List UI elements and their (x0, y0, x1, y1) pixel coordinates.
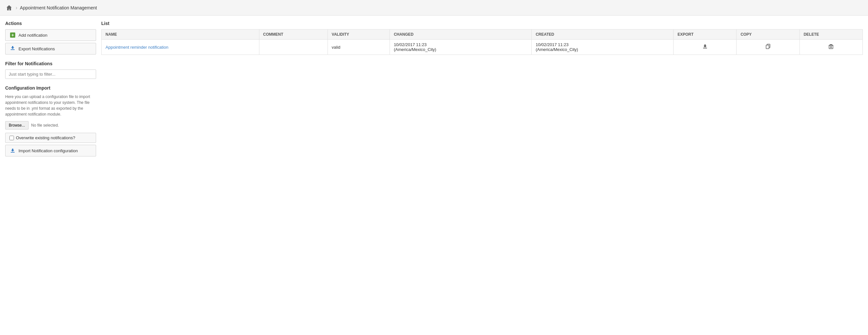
col-header-copy: COPY (737, 30, 800, 40)
row-name-cell: Appointment reminder notification (102, 40, 259, 55)
col-header-comment: COMMENT (259, 30, 328, 40)
col-header-validity: VALIDITY (328, 30, 390, 40)
overwrite-checkbox[interactable] (9, 136, 14, 140)
add-notification-button[interactable]: + Add notification (5, 29, 96, 41)
download-icon (9, 45, 16, 52)
row-comment-cell (259, 40, 328, 55)
svg-rect-0 (11, 49, 14, 50)
notification-link[interactable]: Appointment reminder notification (105, 45, 168, 50)
col-header-name: NAME (102, 30, 259, 40)
plus-icon: + (9, 32, 16, 38)
row-delete-button[interactable] (827, 43, 835, 51)
svg-rect-7 (829, 45, 833, 46)
page-title: Appointment Notification Management (20, 5, 97, 10)
list-title: List (101, 21, 863, 26)
file-name-label: No file selected. (31, 123, 59, 128)
notifications-table: NAME COMMENT VALIDITY CHANGED CREATED EX… (101, 29, 863, 55)
actions-title: Actions (5, 21, 96, 26)
col-header-delete: DELETE (800, 30, 863, 40)
home-icon[interactable] (5, 4, 13, 12)
file-upload-row: Browse... No file selected. (5, 121, 96, 129)
col-header-created: CREATED (532, 30, 674, 40)
import-label: Import Notification configuration (19, 148, 78, 153)
filter-input[interactable] (5, 69, 96, 79)
filter-title: Filter for Notifications (5, 61, 96, 66)
overwrite-row: Overwrite existing notifications? (5, 133, 96, 143)
actions-section: Actions + Add notification Export Notif (5, 21, 96, 55)
add-notification-label: Add notification (19, 33, 48, 38)
export-notifications-button[interactable]: Export Notifications (5, 43, 96, 55)
svg-rect-4 (766, 45, 769, 49)
svg-rect-6 (830, 44, 832, 45)
svg-rect-2 (703, 48, 707, 49)
col-header-changed: CHANGED (390, 30, 532, 40)
filter-section: Filter for Notifications (5, 61, 96, 79)
config-import-title: Configuration Import (5, 85, 96, 91)
overwrite-label[interactable]: Overwrite existing notifications? (16, 135, 75, 140)
col-header-export: EXPORT (674, 30, 737, 40)
sidebar: Actions + Add notification Export Notif (5, 21, 96, 158)
row-export-cell (674, 40, 737, 55)
browse-button[interactable]: Browse... (5, 121, 29, 129)
export-notifications-label: Export Notifications (19, 47, 55, 51)
content-area: List NAME COMMENT VALIDITY CHANGED CREAT… (101, 21, 863, 55)
row-copy-button[interactable] (764, 43, 773, 51)
config-import-section: Configuration Import Here you can upload… (5, 85, 96, 156)
row-copy-cell (737, 40, 800, 55)
row-export-button[interactable] (701, 43, 710, 51)
row-delete-cell (800, 40, 863, 55)
import-button[interactable]: Import Notification configuration (5, 145, 96, 156)
row-changed-cell: 10/02/2017 11:23 (America/Mexico_City) (390, 40, 532, 55)
config-description: Here you can upload a configuration file… (5, 94, 96, 117)
row-created-cell: 10/02/2017 11:23 (America/Mexico_City) (532, 40, 674, 55)
breadcrumb-separator: › (16, 5, 17, 11)
row-validity-cell: valid (328, 40, 390, 55)
table-row: Appointment reminder notificationvalid10… (102, 40, 863, 55)
import-icon (9, 147, 16, 154)
svg-rect-1 (11, 152, 14, 153)
